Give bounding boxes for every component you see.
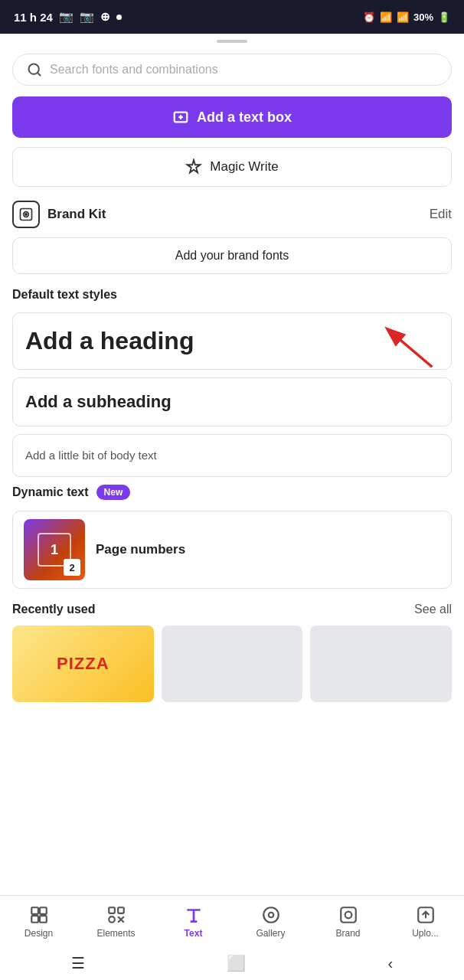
main-content: Search fonts and combinations Add a text… (0, 46, 464, 702)
status-dot (116, 15, 122, 20)
svg-point-7 (25, 214, 28, 216)
nav-label-elements: Elements (96, 928, 135, 939)
nav-label-text: Text (185, 928, 203, 939)
svg-point-17 (263, 907, 279, 923)
app-icon: ⊕ (100, 10, 110, 24)
svg-rect-11 (40, 907, 47, 914)
body-text: Add a little bit of body text (25, 449, 157, 462)
nav-label-gallery: Gallery (256, 928, 285, 939)
signal-icon: 📶 (397, 11, 409, 23)
wifi-icon: 📶 (380, 11, 392, 23)
edit-link[interactable]: Edit (430, 207, 452, 222)
svg-rect-13 (40, 916, 47, 923)
magic-write-icon (185, 158, 202, 175)
body-style-box[interactable]: Add a little bit of body text (12, 434, 452, 477)
page-thumb-inner: 1 2 (38, 533, 71, 567)
sys-home-icon[interactable]: ⬜ (227, 954, 246, 972)
svg-point-16 (109, 916, 115, 923)
add-brand-fonts-label: Add your brand fonts (175, 249, 289, 262)
magic-write-button[interactable]: Magic Write (12, 147, 452, 187)
recent-thumb-3[interactable] (310, 626, 452, 702)
svg-point-20 (345, 912, 351, 919)
nav-label-upload: Uplo... (412, 928, 439, 939)
elements-icon (106, 905, 126, 925)
bottom-nav: Design Elements Text Gallery Brand (0, 895, 464, 946)
subheading-style-box[interactable]: Add a subheading (12, 377, 452, 426)
brand-kit-icon (12, 201, 40, 228)
upload-icon (416, 905, 436, 925)
system-nav: ☰ ⬜ ‹ (0, 946, 464, 980)
search-placeholder: Search fonts and combinations (50, 63, 218, 77)
recent-thumbnails: PIZZA (12, 626, 452, 702)
text-icon (184, 905, 204, 925)
page-numbers-thumbnail: 1 2 (24, 519, 85, 580)
subheading-text: Add a subheading (25, 392, 172, 411)
textbox-icon (172, 109, 189, 126)
recent-thumb-2[interactable] (162, 626, 303, 702)
svg-rect-19 (341, 907, 356, 923)
sys-menu-icon[interactable]: ☰ (71, 954, 85, 972)
nav-item-brand[interactable]: Brand (309, 902, 387, 942)
search-bar[interactable]: Search fonts and combinations (12, 54, 452, 86)
add-brand-fonts-button[interactable]: Add your brand fonts (12, 237, 452, 274)
svg-line-1 (38, 73, 41, 76)
design-icon (29, 905, 49, 925)
new-badge: New (96, 485, 131, 500)
nav-item-elements[interactable]: Elements (77, 902, 155, 942)
svg-rect-14 (109, 907, 115, 913)
heading-text: Add a heading (25, 327, 194, 354)
magic-write-label: Magic Write (210, 159, 278, 175)
status-time: 11 h 24 (14, 11, 53, 24)
default-text-styles-title: Default text styles (12, 288, 452, 302)
instagram-icon: 📷 (80, 10, 94, 24)
add-textbox-label: Add a text box (197, 109, 292, 126)
status-bar: 11 h 24 📷 📷 ⊕ ⏰ 📶 📶 30% 🔋 (0, 0, 464, 34)
heading-style-box[interactable]: Add a heading (12, 312, 452, 370)
svg-point-18 (268, 913, 273, 918)
nav-item-upload[interactable]: Uplo... (387, 902, 464, 942)
page-numbers-card[interactable]: 1 2 Page numbers (12, 511, 452, 589)
svg-rect-15 (118, 907, 124, 913)
battery-percent: 30% (413, 11, 433, 23)
see-all-link[interactable]: See all (414, 603, 452, 616)
drag-handle[interactable] (0, 34, 464, 46)
add-textbox-button[interactable]: Add a text box (12, 96, 452, 138)
search-icon (27, 62, 42, 77)
sys-back-icon[interactable]: ‹ (388, 955, 394, 972)
nav-item-text[interactable]: Text (155, 902, 232, 942)
heading-container: Add a heading (12, 312, 452, 370)
svg-rect-12 (31, 916, 38, 923)
dynamic-text-header: Dynamic text New (12, 485, 452, 500)
brand-icon (338, 905, 358, 925)
gallery-icon (261, 905, 281, 925)
recently-used-title: Recently used (12, 603, 95, 616)
nav-item-design[interactable]: Design (0, 902, 77, 942)
nav-label-brand: Brand (335, 928, 360, 939)
page-numbers-label: Page numbers (96, 542, 185, 557)
battery-icon: 🔋 (438, 11, 450, 23)
recently-used-header: Recently used See all (12, 603, 452, 616)
camera-icon: 📷 (59, 10, 74, 24)
brand-kit-label: Brand Kit (47, 207, 106, 222)
recent-thumb-1-text: PIZZA (57, 654, 109, 674)
nav-item-gallery[interactable]: Gallery (232, 902, 309, 942)
recent-thumb-1[interactable]: PIZZA (12, 626, 154, 702)
brand-kit-section: Brand Kit Edit (12, 201, 452, 228)
nav-label-design: Design (25, 928, 53, 939)
svg-rect-10 (31, 907, 38, 914)
dynamic-text-title: Dynamic text (12, 485, 89, 499)
alarm-icon: ⏰ (363, 11, 375, 23)
brand-kit-left: Brand Kit (12, 201, 106, 228)
